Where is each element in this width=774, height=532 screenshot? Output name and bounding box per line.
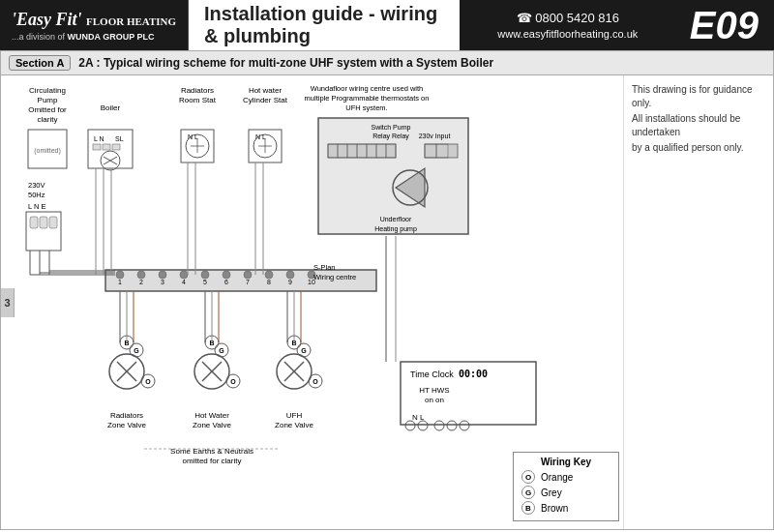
svg-text:S-Plan: S-Plan xyxy=(313,263,336,272)
phone-number: ☎ 0800 5420 816 xyxy=(517,11,619,25)
grey-label: Grey xyxy=(541,488,562,498)
svg-text:N L: N L xyxy=(255,133,266,140)
wiring-key: Wiring Key O Orange G Grey B Brown xyxy=(513,452,619,521)
svg-point-146 xyxy=(447,421,457,430)
brown-label: Brown xyxy=(541,503,568,514)
svg-text:Hot water: Hot water xyxy=(249,86,283,95)
svg-text:2: 2 xyxy=(139,279,143,285)
svg-point-74 xyxy=(201,271,209,279)
info-line1: This drawing is for guidance only. xyxy=(632,83,765,110)
svg-text:230V: 230V xyxy=(28,181,45,190)
svg-text:230v Input: 230v Input xyxy=(419,133,451,140)
section-badge: Section A xyxy=(9,55,71,71)
svg-rect-19 xyxy=(112,144,120,150)
svg-text:Relay   Relay: Relay Relay xyxy=(372,133,409,140)
svg-text:on    on: on on xyxy=(425,396,444,404)
svg-text:5: 5 xyxy=(203,279,207,285)
orange-symbol: O xyxy=(521,470,535,484)
info-panel: This drawing is for guidance only. All i… xyxy=(623,75,773,529)
svg-text:clarity: clarity xyxy=(38,115,58,124)
svg-rect-56 xyxy=(30,217,38,228)
svg-text:G: G xyxy=(219,347,224,354)
svg-text:Pump: Pump xyxy=(38,96,58,104)
svg-point-147 xyxy=(460,421,469,430)
svg-point-144 xyxy=(418,421,428,430)
svg-text:N L: N L xyxy=(188,133,198,140)
title-text: Installation guide - wiring & plumbing xyxy=(204,3,444,47)
code-text: E09 xyxy=(690,4,759,47)
phone-icon: ☎ xyxy=(517,11,532,25)
header-code: E09 xyxy=(674,0,774,50)
svg-text:UFH system.: UFH system. xyxy=(345,103,387,112)
wiring-key-item-orange: O Orange xyxy=(521,470,610,484)
svg-text:Hot Water: Hot Water xyxy=(194,411,229,420)
svg-point-143 xyxy=(405,421,415,430)
svg-point-75 xyxy=(223,271,230,279)
svg-text:4: 4 xyxy=(182,279,186,285)
svg-text:Omitted for: Omitted for xyxy=(28,105,67,114)
header: 'Easy Fit' FLOOR HEATING ...a division o… xyxy=(0,0,774,50)
svg-text:Room Stat: Room Stat xyxy=(179,96,217,104)
svg-point-72 xyxy=(159,271,166,279)
svg-rect-17 xyxy=(93,144,101,150)
svg-point-71 xyxy=(137,271,145,279)
svg-rect-58 xyxy=(49,217,57,228)
logo-brand-text: 'Easy Fit' xyxy=(12,10,82,29)
svg-text:(omitted): (omitted) xyxy=(34,147,61,155)
svg-text:Cylinder Stat: Cylinder Stat xyxy=(243,96,288,104)
main-content: 3 Circulating Pump Omitted for clarity B… xyxy=(0,75,774,530)
svg-text:L N E: L N E xyxy=(28,202,45,211)
svg-text:Boiler: Boiler xyxy=(101,103,121,112)
svg-text:Time Clock: Time Clock xyxy=(410,369,454,379)
svg-text:O: O xyxy=(230,378,236,385)
svg-text:7: 7 xyxy=(246,279,250,285)
logo-brand: 'Easy Fit' FLOOR HEATING xyxy=(12,10,176,30)
wiring-key-item-grey: G Grey xyxy=(521,486,610,499)
info-line3: by a qualified person only. xyxy=(632,141,765,155)
svg-text:6: 6 xyxy=(224,279,228,285)
info-line2: All installations should be undertaken xyxy=(632,112,765,139)
section-title: 2A : Typical wiring scheme for multi-zon… xyxy=(78,56,493,70)
brown-symbol: B xyxy=(521,501,535,515)
orange-label: Orange xyxy=(541,472,573,483)
svg-text:L N: L N xyxy=(94,135,104,142)
svg-text:9: 9 xyxy=(288,279,292,285)
svg-text:omitted for clarity: omitted for clarity xyxy=(183,457,242,465)
logo-division: ...a division of xyxy=(12,32,65,42)
svg-text:Zone Valve: Zone Valve xyxy=(193,421,231,429)
logo-sub: ...a division of WUNDA GROUP PLC xyxy=(12,32,176,42)
website-text: www.easyfitfloorheating.co.uk xyxy=(497,28,638,40)
svg-text:Wundafloor wiring centre used : Wundafloor wiring centre used with xyxy=(311,84,424,93)
svg-point-73 xyxy=(180,271,188,279)
diagram-area: Circulating Pump Omitted for clarity Boi… xyxy=(1,75,623,529)
grey-symbol: G xyxy=(521,486,535,499)
svg-point-78 xyxy=(286,271,294,279)
svg-text:Radiators: Radiators xyxy=(181,86,214,95)
header-contact: ☎ 0800 5420 816 www.easyfitfloorheating.… xyxy=(461,0,674,50)
svg-text:Radiators: Radiators xyxy=(110,411,143,420)
svg-point-70 xyxy=(116,271,124,279)
svg-text:8: 8 xyxy=(267,279,271,285)
svg-text:Circulating: Circulating xyxy=(29,86,66,95)
svg-point-77 xyxy=(265,271,273,279)
svg-rect-18 xyxy=(103,144,110,150)
svg-text:Zone Valve: Zone Valve xyxy=(275,421,313,429)
svg-rect-57 xyxy=(40,217,47,228)
svg-text:Wiring centre: Wiring centre xyxy=(313,273,356,281)
svg-text:00:00: 00:00 xyxy=(459,369,488,379)
logo: 'Easy Fit' FLOOR HEATING ...a division o… xyxy=(0,0,189,50)
svg-text:Some Earths & Neutrals: Some Earths & Neutrals xyxy=(170,447,253,456)
svg-point-76 xyxy=(244,271,252,279)
wiring-key-item-brown: B Brown xyxy=(521,501,610,515)
subheader: Section A 2A : Typical wiring scheme for… xyxy=(0,50,774,75)
logo-type-text: FLOOR HEATING xyxy=(86,15,176,27)
svg-text:UFH: UFH xyxy=(286,411,303,420)
svg-text:Underfloor: Underfloor xyxy=(380,216,412,222)
wiring-diagram: Circulating Pump Omitted for clarity Boi… xyxy=(18,81,589,526)
svg-rect-40 xyxy=(328,144,396,158)
svg-text:Switch Pump: Switch Pump xyxy=(372,124,411,132)
svg-point-145 xyxy=(434,421,444,430)
svg-text:Zone Valve: Zone Valve xyxy=(107,421,146,429)
svg-text:G: G xyxy=(134,347,139,354)
wiring-key-title: Wiring Key xyxy=(521,457,610,467)
